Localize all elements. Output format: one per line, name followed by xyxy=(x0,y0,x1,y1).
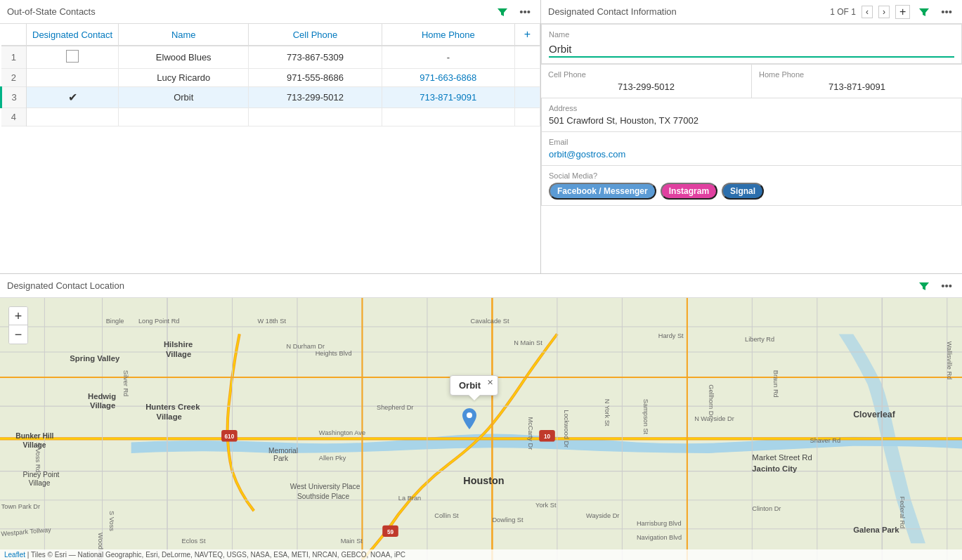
svg-text:Market Street Rd: Market Street Rd xyxy=(752,453,812,462)
map-more-options-button[interactable]: ••• xyxy=(938,278,955,293)
svg-text:Sampson St: Sampson St xyxy=(642,399,649,435)
svg-text:La Bran: La Bran xyxy=(398,495,421,502)
svg-text:Spring Valley: Spring Valley xyxy=(70,354,120,363)
svg-text:Village: Village xyxy=(157,412,182,421)
svg-text:W 18th St: W 18th St xyxy=(257,318,286,325)
filter-button[interactable] xyxy=(494,5,511,19)
svg-text:610: 610 xyxy=(225,434,235,440)
address-label: Address xyxy=(549,104,954,112)
row-num-header xyxy=(1,24,27,46)
prev-button[interactable]: ‹ xyxy=(862,6,873,18)
extra-cell xyxy=(515,108,540,126)
home-phone-cell: 971-663-6868 xyxy=(382,69,514,87)
filter-button-right[interactable] xyxy=(916,5,932,19)
map-popup: Orbit ✕ xyxy=(450,375,498,396)
home-phone-header: Home Phone xyxy=(382,24,514,46)
home-phone-cell: - xyxy=(382,46,514,69)
instagram-badge[interactable]: Instagram xyxy=(661,183,717,200)
next-button[interactable]: › xyxy=(878,6,890,18)
cell-phone-cell xyxy=(249,108,382,126)
svg-text:Park: Park xyxy=(273,455,289,462)
attribution-text: | Tiles © Esri — National Geographic, Es… xyxy=(27,551,405,559)
svg-text:Shaver Rd: Shaver Rd xyxy=(810,437,841,444)
svg-text:York St: York St xyxy=(535,502,557,509)
svg-text:Hilshire: Hilshire xyxy=(164,340,193,349)
right-panel-actions: 1 OF 1 ‹ › + ••• xyxy=(830,4,955,19)
svg-text:Village: Village xyxy=(29,479,51,487)
social-section: Social Media? Facebook / Messenger Insta… xyxy=(541,166,962,206)
name-cell[interactable] xyxy=(119,108,249,126)
svg-text:Allen Pky: Allen Pky xyxy=(319,455,346,462)
name-cell[interactable]: Orbit xyxy=(119,87,249,108)
table-row[interactable]: 3 ✔ Orbit 713-299-5012 713-871-9091 xyxy=(1,87,540,108)
svg-rect-0 xyxy=(0,298,962,560)
svg-text:Wallisville Rd: Wallisville Rd xyxy=(946,341,953,380)
home-phone-label: Home Phone xyxy=(759,70,955,79)
map-popup-text: Orbit xyxy=(459,380,481,391)
checkmark-icon: ✔ xyxy=(68,91,77,103)
email-label: Email xyxy=(549,138,954,146)
row-number: 2 xyxy=(1,69,27,87)
pagination-label: 1 OF 1 xyxy=(830,7,856,17)
name-label: Name xyxy=(549,30,954,39)
dots-icon: ••• xyxy=(519,6,531,18)
phone-section: Cell Phone 713-299-5012 Home Phone 713-8… xyxy=(541,64,962,98)
map-filter-button[interactable] xyxy=(916,279,932,293)
svg-text:Braun Rd: Braun Rd xyxy=(772,370,779,398)
svg-text:Liberty Rd: Liberty Rd xyxy=(745,336,774,343)
svg-text:Bingle: Bingle xyxy=(106,318,124,325)
extra-cell xyxy=(515,87,540,108)
contact-info-card: Name Cell Phone 713-299-5012 Home Phone … xyxy=(541,24,962,273)
address-section: Address 501 Crawford St, Houston, TX 770… xyxy=(541,98,962,132)
popup-close-button[interactable]: ✕ xyxy=(487,378,493,387)
cell-phone-cell: 713-299-5012 xyxy=(249,87,382,108)
left-panel-header: Out-of-State Contacts ••• xyxy=(0,0,540,24)
social-badges: Facebook / Messenger Instagram Signal xyxy=(549,183,954,200)
map-pin xyxy=(462,408,476,428)
more-options-button[interactable]: ••• xyxy=(516,4,533,19)
contacts-table: Designated Contact Name Cell Phone Home … xyxy=(0,24,540,126)
left-panel: Out-of-State Contacts ••• xyxy=(0,0,541,273)
facebook-badge[interactable]: Facebook / Messenger xyxy=(549,183,656,200)
svg-text:West University Place: West University Place xyxy=(290,483,360,490)
leaflet-link[interactable]: Leaflet xyxy=(4,551,25,559)
svg-text:Wayside Dr: Wayside Dr xyxy=(586,512,619,519)
checkbox[interactable] xyxy=(66,50,79,63)
svg-text:Southside Place: Southside Place xyxy=(297,493,349,500)
contacts-table-container: Designated Contact Name Cell Phone Home … xyxy=(0,24,540,273)
add-column-button[interactable]: + xyxy=(515,24,540,46)
svg-text:Bunker Hill: Bunker Hill xyxy=(15,432,53,440)
svg-text:Hunters Creek: Hunters Creek xyxy=(145,403,200,411)
add-contact-button[interactable]: + xyxy=(895,5,910,19)
signal-badge[interactable]: Signal xyxy=(722,183,764,200)
address-value: 501 Crawford St, Houston, TX 77002 xyxy=(549,115,954,126)
designated-contact-header: Designated Contact xyxy=(27,24,119,46)
svg-text:Memorial: Memorial xyxy=(268,447,298,455)
map-svg: 10 610 59 Spring Valley Hilshire Village… xyxy=(0,298,962,560)
svg-text:Galena Park: Galena Park xyxy=(853,526,899,534)
name-cell[interactable]: Elwood Blues xyxy=(119,46,249,69)
map-panel-title: Designated Contact Location xyxy=(7,280,124,291)
map-container[interactable]: 10 610 59 Spring Valley Hilshire Village… xyxy=(0,298,962,560)
zoom-out-button[interactable]: − xyxy=(9,325,27,344)
designated-cell[interactable]: ✔ xyxy=(27,87,119,108)
svg-text:Village: Village xyxy=(90,401,115,410)
zoom-in-button[interactable]: + xyxy=(9,307,27,325)
svg-text:Eclos St: Eclos St xyxy=(182,538,206,545)
designated-cell[interactable] xyxy=(27,69,119,87)
table-row[interactable]: 1 Elwood Blues 773-867-5309 - xyxy=(1,46,540,69)
name-section: Name xyxy=(541,24,962,64)
more-options-button-right[interactable]: ••• xyxy=(938,4,955,19)
svg-text:Shepherd Dr: Shepherd Dr xyxy=(377,404,413,411)
email-value: orbit@gostros.com xyxy=(549,149,954,159)
row-number: 3 xyxy=(1,87,27,108)
table-row[interactable]: 4 xyxy=(1,108,540,126)
map-attribution: Leaflet | Tiles © Esri — National Geogra… xyxy=(0,549,962,560)
table-row[interactable]: 2 Lucy Ricardo 971-555-8686 971-663-6868 xyxy=(1,69,540,87)
name-input[interactable] xyxy=(549,41,954,58)
designated-cell[interactable] xyxy=(27,108,119,126)
svg-text:59: 59 xyxy=(387,529,394,535)
svg-text:Jacinto City: Jacinto City xyxy=(752,464,798,473)
designated-cell[interactable] xyxy=(27,46,119,69)
name-cell[interactable]: Lucy Ricardo xyxy=(119,69,249,87)
